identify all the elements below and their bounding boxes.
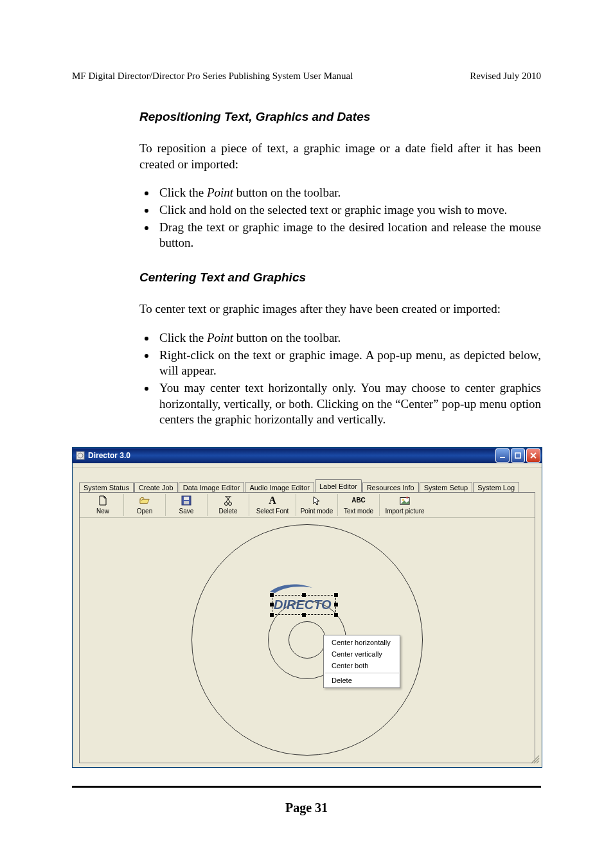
font-icon: A	[267, 495, 278, 506]
header-left: MF Digital Director/Director Pro Series …	[72, 71, 353, 82]
resize-grip-icon[interactable]	[531, 755, 540, 765]
menu-separator	[324, 673, 399, 673]
context-menu: Center horizontally Center vertically Ce…	[323, 635, 400, 688]
tab-body: New Open Save	[79, 492, 535, 763]
svg-rect-5	[184, 497, 189, 500]
tool-open[interactable]: Open	[124, 494, 166, 516]
section-heading-centering: Centering Text and Graphics	[139, 270, 541, 285]
bullet-item: Right-click on the text or graphic image…	[156, 348, 541, 379]
maximize-button[interactable]	[511, 448, 525, 463]
app-window: Director 3.0 System Status Create Job	[72, 447, 542, 768]
open-icon	[139, 495, 150, 506]
page-number: Page 31	[72, 801, 541, 815]
section2-intro: To center text or graphic images after t…	[139, 301, 541, 317]
text-label-object[interactable]: DIRECTO	[272, 595, 336, 615]
footer-divider	[72, 786, 541, 788]
swoosh-graphic	[269, 583, 314, 594]
tool-new[interactable]: New	[82, 494, 124, 516]
tab-create-job[interactable]: Create Job	[134, 482, 178, 493]
tool-select-font[interactable]: A Select Font	[249, 494, 296, 516]
tab-system-status[interactable]: System Status	[79, 482, 134, 493]
disc-hub	[289, 621, 326, 659]
tab-system-log[interactable]: System Log	[473, 482, 519, 493]
tool-point-mode[interactable]: Point mode	[296, 494, 338, 516]
svg-rect-3	[515, 453, 520, 458]
bullet-item: Click the Point button on the toolbar.	[156, 185, 541, 201]
tab-strip: System Status Create Job Data Image Edit…	[79, 479, 535, 492]
tool-text-mode[interactable]: ABC Text mode	[338, 494, 380, 516]
minimize-button[interactable]	[495, 448, 510, 463]
label-canvas[interactable]: DIRECTO	[80, 518, 535, 762]
section-heading-repositioning: Repositioning Text, Graphics and Dates	[139, 110, 541, 124]
save-icon	[181, 495, 191, 506]
tool-import-picture[interactable]: Import picture	[380, 494, 430, 516]
menu-center-vertically[interactable]: Center vertically	[324, 648, 400, 660]
toolbar: New Open Save	[80, 493, 535, 518]
titlebar: Director 3.0	[73, 448, 542, 463]
section2-bullets: Click the Point button on the toolbar. R…	[139, 330, 541, 428]
svg-point-7	[225, 502, 228, 505]
bullet-item: Click and hold on the selected text or g…	[156, 202, 541, 218]
menubar	[73, 463, 542, 468]
menu-delete[interactable]: Delete	[324, 675, 400, 686]
svg-point-8	[229, 502, 232, 505]
tool-delete[interactable]: Delete	[208, 494, 249, 516]
tool-save[interactable]: Save	[166, 494, 208, 516]
bullet-item: Click the Point button on the toolbar.	[156, 330, 541, 346]
bullet-item: You may center text horizontally only. Y…	[156, 380, 541, 428]
app-icon	[75, 450, 85, 461]
app-title: Director 3.0	[88, 451, 495, 460]
tab-system-setup[interactable]: System Setup	[420, 482, 472, 493]
svg-point-10	[402, 499, 405, 501]
text-mode-icon: ABC	[353, 495, 364, 506]
tab-audio-image-editor[interactable]: Audio Image Editor	[245, 482, 314, 493]
svg-rect-2	[500, 457, 505, 458]
section1-bullets: Click the Point button on the toolbar. C…	[139, 185, 541, 251]
tab-label-editor[interactable]: Label Editor	[315, 479, 362, 492]
import-picture-icon	[400, 495, 410, 506]
svg-rect-6	[184, 501, 189, 504]
menu-center-horizontally[interactable]: Center horizontally	[324, 637, 400, 648]
header-right: Revised July 2010	[470, 71, 541, 82]
section1-intro: To reposition a piece of text, a graphic…	[139, 141, 541, 172]
tab-data-image-editor[interactable]: Data Image Editor	[179, 482, 245, 493]
new-icon	[98, 495, 108, 506]
pointer-icon	[312, 495, 322, 506]
delete-icon	[223, 495, 233, 506]
close-button[interactable]	[526, 448, 540, 463]
menu-center-both[interactable]: Center both	[324, 660, 400, 671]
tab-resources-info[interactable]: Resources Info	[362, 482, 419, 493]
page-header: MF Digital Director/Director Pro Series …	[72, 71, 541, 82]
bullet-item: Drag the text or graphic image to the de…	[156, 220, 541, 251]
